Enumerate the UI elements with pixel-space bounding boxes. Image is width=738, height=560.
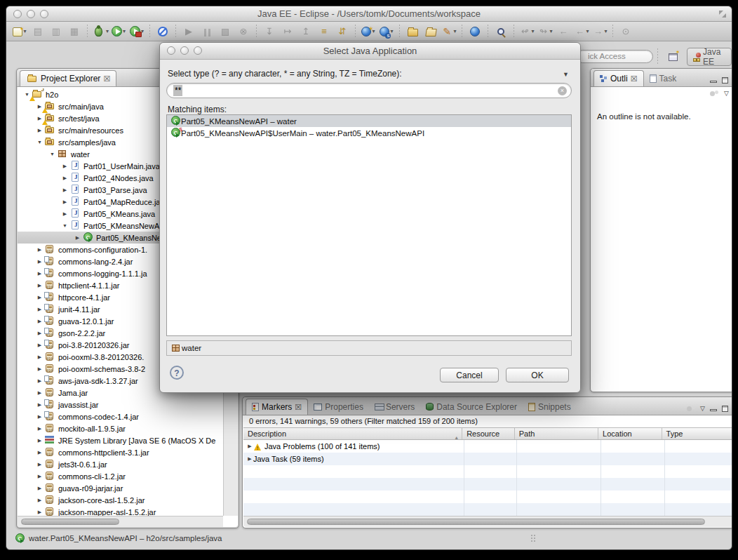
- chevron-collapsed-icon[interactable]: ▶: [246, 444, 253, 449]
- tree-item[interactable]: ▶010jackson-mapper-asl-1.5.2.jar: [18, 506, 223, 516]
- tab-project-explorer[interactable]: Project Explorer ☒: [20, 70, 116, 86]
- close-tab-icon[interactable]: ☒: [631, 74, 638, 84]
- chevron-collapsed-icon[interactable]: ▶: [74, 235, 81, 241]
- resize-icon[interactable]: [719, 11, 726, 18]
- chevron-collapsed-icon[interactable]: ▶: [36, 438, 43, 444]
- column-header-type[interactable]: Type: [662, 428, 732, 439]
- chevron-collapsed-icon[interactable]: ▶: [36, 474, 43, 479]
- chevron-collapsed-icon[interactable]: ▶: [36, 283, 43, 288]
- tree-item[interactable]: ▶010commons-httpclient-3.1.jar: [18, 446, 223, 458]
- minimize-view-button[interactable]: [710, 409, 717, 411]
- markers-horizontal-scrollbar[interactable]: [243, 516, 732, 527]
- chevron-collapsed-icon[interactable]: ▶: [246, 456, 253, 462]
- skip-all-breakpoints-button[interactable]: [154, 23, 171, 40]
- maximize-view-button[interactable]: [722, 77, 728, 84]
- open-web-browser-button[interactable]: [467, 23, 483, 40]
- search-button[interactable]: [492, 23, 509, 40]
- chevron-collapsed-icon[interactable]: ▶: [36, 390, 43, 396]
- tab-servers[interactable]: Servers: [369, 399, 420, 415]
- open-perspective-button[interactable]: [663, 48, 683, 65]
- column-header-resource[interactable]: Resource: [462, 428, 515, 439]
- cancel-button[interactable]: Cancel: [440, 368, 499, 382]
- tab-properties[interactable]: Properties: [308, 399, 369, 415]
- column-header-location[interactable]: Location: [598, 428, 662, 439]
- chevron-collapsed-icon[interactable]: ▶: [36, 414, 43, 420]
- close-tab-icon[interactable]: ☒: [295, 403, 302, 412]
- chevron-collapsed-icon[interactable]: ▶: [36, 354, 43, 360]
- clear-filter-icon[interactable]: ×: [558, 86, 567, 95]
- tree-item[interactable]: ▶010commons-cli-1.2.jar: [18, 470, 223, 482]
- view-menu-icon[interactable]: ▽: [700, 405, 705, 412]
- chevron-collapsed-icon[interactable]: ▶: [61, 175, 69, 181]
- chevron-collapsed-icon[interactable]: ▶: [61, 211, 69, 217]
- quick-access-input[interactable]: ick Access: [576, 50, 653, 63]
- chevron-expanded-icon[interactable]: ▼: [61, 223, 69, 228]
- open-resource-button[interactable]: [422, 23, 439, 40]
- chevron-down-icon[interactable]: ▼: [563, 71, 569, 78]
- ok-button[interactable]: OK: [506, 368, 569, 382]
- new-web-wizard-button[interactable]: ▾: [360, 23, 377, 40]
- import-archive-button[interactable]: [404, 23, 421, 40]
- chevron-collapsed-icon[interactable]: ▶: [36, 271, 43, 276]
- debug-button[interactable]: ▾: [92, 23, 109, 40]
- chevron-collapsed-icon[interactable]: ▶: [36, 342, 43, 348]
- chevron-collapsed-icon[interactable]: ▶: [36, 402, 43, 408]
- chevron-collapsed-icon[interactable]: ▶: [36, 509, 43, 515]
- chevron-collapsed-icon[interactable]: ▶: [36, 366, 43, 372]
- tree-item[interactable]: ▶010jackson-core-asl-1.5.2.jar: [18, 494, 223, 506]
- chevron-collapsed-icon[interactable]: ▶: [36, 498, 43, 503]
- column-header-path[interactable]: Path: [515, 428, 598, 439]
- minimize-view-button[interactable]: [710, 81, 717, 83]
- window-titlebar[interactable]: Java EE - Eclipse - /Users/tomk/Document…: [6, 6, 732, 22]
- scrollbar-thumb[interactable]: [247, 519, 705, 525]
- tab-snippets[interactable]: Snippets: [523, 399, 577, 415]
- chevron-collapsed-icon[interactable]: ▶: [61, 164, 69, 169]
- scrollbar-thumb[interactable]: [21, 519, 119, 525]
- matching-item[interactable]: CPart05_KMeansNewAPI – water: [167, 115, 571, 127]
- column-header-description[interactable]: Description▲: [243, 428, 462, 439]
- run-external-tools-button[interactable]: ▾: [128, 23, 145, 40]
- chevron-collapsed-icon[interactable]: ▶: [36, 295, 43, 300]
- tree-item[interactable]: ▶010mockito-all-1.9.5.jar: [18, 422, 223, 434]
- chevron-collapsed-icon[interactable]: ▶: [36, 247, 43, 253]
- brush-tool-button[interactable]: ▾: [441, 23, 457, 40]
- tab-data-source-explorer[interactable]: Data Source Explorer: [420, 399, 523, 415]
- tab-outli[interactable]: Outli☒: [593, 70, 644, 86]
- tree-item[interactable]: ▶010javassist.jar: [18, 399, 223, 411]
- help-button[interactable]: ?: [170, 366, 184, 380]
- dialog-titlebar[interactable]: Select Java Application: [160, 43, 580, 60]
- matching-item[interactable]: CSPart05_KMeansNewAPI$UserMain – water.P…: [167, 127, 571, 139]
- run-button[interactable]: ▾: [110, 23, 127, 40]
- marker-row[interactable]: ▶Java Problems (100 of 141 items): [243, 440, 732, 453]
- tree-item[interactable]: ▶JRE System Library [Java SE 6 (MacOS X …: [18, 434, 223, 446]
- close-tab-icon[interactable]: ☒: [103, 74, 110, 84]
- chevron-collapsed-icon[interactable]: ▶: [36, 307, 43, 312]
- show-annotations-button[interactable]: [316, 23, 333, 40]
- chevron-collapsed-icon[interactable]: ▶: [36, 128, 43, 133]
- chevron-collapsed-icon[interactable]: ▶: [36, 378, 43, 384]
- tree-horizontal-scrollbar[interactable]: [18, 516, 223, 527]
- tab-task[interactable]: Task: [644, 70, 683, 86]
- web-services-button[interactable]: ▾: [378, 23, 395, 40]
- type-filter-input[interactable]: ** ×: [166, 83, 572, 98]
- chevron-collapsed-icon[interactable]: ▶: [36, 462, 43, 467]
- chevron-collapsed-icon[interactable]: ▶: [61, 187, 69, 193]
- sash-handle[interactable]: [531, 535, 535, 542]
- chevron-collapsed-icon[interactable]: ▶: [36, 331, 43, 336]
- view-menu-icon[interactable]: ▽: [724, 90, 729, 97]
- tree-item[interactable]: ▶010jets3t-0.6.1.jar: [18, 458, 223, 470]
- chevron-collapsed-icon[interactable]: ▶: [36, 450, 43, 455]
- collapse-annotations-button[interactable]: [334, 23, 351, 40]
- maximize-view-button[interactable]: [722, 406, 728, 412]
- chevron-expanded-icon[interactable]: ▼: [48, 152, 56, 156]
- new-wizard-button[interactable]: ▾: [11, 23, 28, 40]
- tree-item[interactable]: ▶010guava-r09-jarjar.jar: [18, 482, 223, 494]
- chevron-collapsed-icon[interactable]: ▶: [36, 319, 43, 324]
- chevron-collapsed-icon[interactable]: ▶: [36, 259, 43, 265]
- chevron-collapsed-icon[interactable]: ▶: [36, 486, 43, 491]
- tree-item[interactable]: ▶010commons-codec-1.4.jar: [18, 411, 223, 422]
- tab-markers[interactable]: Markers☒: [246, 399, 308, 415]
- perspective-java-ee-button[interactable]: Java EE: [687, 48, 732, 66]
- chevron-collapsed-icon[interactable]: ▶: [61, 199, 69, 205]
- chevron-expanded-icon[interactable]: ▼: [36, 140, 43, 145]
